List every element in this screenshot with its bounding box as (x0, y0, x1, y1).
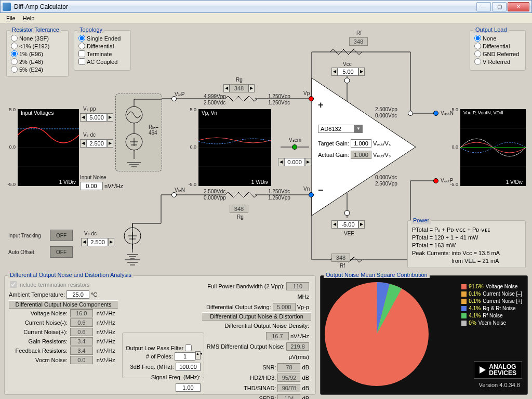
plot1-scale: 1 V/Div (59, 179, 76, 185)
actual-gain-value: 1.000 (351, 151, 371, 159)
version-label: Version 4.0.34.8 (478, 382, 520, 388)
rg-top-label: Rg (236, 77, 243, 83)
rtol-opt-2[interactable]: 1% (E96) (10, 50, 65, 58)
vocm-stepper[interactable]: ◀0.000▶ (278, 158, 311, 166)
rtol-opt-4[interactable]: 5% (E24) (10, 66, 65, 74)
titlebar: Diff-Amp Calculator — ▢ ✕ (0, 0, 532, 13)
vsdc-stepper[interactable]: ◀2.500▶ (80, 139, 113, 148)
anno-top-upper: 4.999Vpp (204, 94, 225, 99)
vspp-inc[interactable]: ▶ (107, 113, 113, 122)
power-group: Power PTotal = P₀ + Pᴅ·ᴠᴄᴄ + Pᴅ·ᴠᴇᴇ PTot… (407, 220, 526, 268)
vsdc-inc[interactable]: ▶ (107, 139, 113, 148)
svg-point-0 (344, 78, 350, 83)
menubar: File Help (0, 13, 532, 23)
auto-offset-label: Auto Offset (8, 249, 34, 255)
ambient-temp-value[interactable]: 25.0 (66, 290, 89, 299)
topology-opt-1[interactable]: Differential (77, 43, 127, 50)
node-voutn (433, 111, 438, 116)
rin-block: Rᵢₙ=464 (115, 94, 162, 171)
fsig-value[interactable]: 1.00 (176, 383, 201, 392)
part-row: AD8132▼ (318, 125, 363, 133)
pie-chart (325, 282, 429, 386)
vsdc-value[interactable]: 2.500 (86, 139, 107, 148)
node-out-upper (408, 111, 413, 116)
vcc-label: Vcc (343, 61, 352, 67)
node-vinp (171, 96, 177, 101)
target-gain-row: Target Gain: 1.000 Vₒᵤₜ/Vₛ (318, 139, 391, 148)
oload-opt-3[interactable]: V Referred (473, 58, 522, 66)
vinn-label: VᵢₙN (175, 187, 185, 193)
window-title: Diff-Amp Calculator (14, 3, 476, 10)
lpf-enable-check[interactable] (185, 344, 192, 351)
plot-output: VoutP, VoutN, VDiff 1 V/Div (460, 109, 526, 186)
input-tracking-toggle[interactable]: OFF (50, 230, 73, 241)
rtol-opt-0[interactable]: None (3SF) (10, 35, 65, 43)
f3db-value[interactable]: 100.00 (176, 363, 201, 371)
rtol-opt-1[interactable]: <1% (E192) (10, 43, 65, 50)
vocm-label: Vₒcm (289, 137, 301, 143)
input-noise-unit: nV/√Hz (104, 183, 123, 189)
oload-opt-0[interactable]: None (473, 35, 522, 43)
resistor-tolerance-legend: Resistor Tolerance (10, 26, 61, 33)
topology-opt-0[interactable]: Single Ended (77, 35, 127, 43)
topology-chk-0[interactable]: Terminate (77, 50, 127, 58)
plot1-axis-bot: -5.0 (3, 182, 16, 187)
rg-top-val: 348 (230, 84, 248, 92)
oload-opt-2[interactable]: GND Referred (473, 50, 522, 58)
auto-offset-toggle[interactable]: OFF (50, 246, 73, 258)
node-vocm (292, 144, 297, 150)
part-select[interactable]: AD8132 (318, 125, 354, 133)
node-vinn (171, 192, 177, 197)
vn-label: Vn (303, 186, 310, 192)
oload-opt-1[interactable]: Differential (473, 43, 522, 50)
maximize-button[interactable]: ▢ (492, 2, 507, 11)
actual-gain-row: Actual Gain: 1.000 Vₒᵤₜ/Vₛ (318, 151, 391, 159)
rg-bot-label: Rg (237, 214, 244, 220)
input-noise-row: 0.00 nV/√Hz (80, 182, 123, 190)
vspp-stepper[interactable]: ◀5.000▶ (80, 113, 113, 122)
part-dropdown-icon[interactable]: ▼ (354, 125, 363, 133)
input-noise-value[interactable]: 0.00 (80, 182, 103, 190)
plot1-axis-top: 5.0 (3, 107, 16, 112)
plot1-title: Input Voltages (21, 110, 54, 116)
plot-vp-vn: Vp, Vn 1 V/Div (198, 109, 271, 186)
pie-group: Output Noise Mean Square Contribution 91… (320, 275, 528, 395)
rg-bot-val: 348 (230, 205, 248, 213)
input-noise-label: Input Noise (80, 175, 107, 180)
plot-input-voltages: Input Voltages 1 V/Div (18, 109, 79, 186)
vsdc-label: Vₛ dc (83, 132, 96, 138)
topology-legend: Topology (77, 26, 104, 33)
vocm-value[interactable]: 0.000 (284, 158, 305, 166)
anno-bot-right-l: 1.250Vpp (268, 195, 290, 201)
node-vp (309, 96, 314, 101)
vspp-dec[interactable]: ◀ (80, 113, 86, 122)
rf-top-val: 348 (349, 37, 368, 46)
anno-bot-right-u: 1.250Vdc (268, 189, 290, 194)
rf-bot-label: Rf (340, 263, 345, 269)
vsdc-dec[interactable]: ◀ (80, 139, 86, 148)
target-gain-value[interactable]: 1.000 (351, 139, 371, 148)
menu-help[interactable]: Help (20, 14, 38, 22)
close-button[interactable]: ✕ (508, 2, 529, 11)
poles-value[interactable]: 1 (175, 352, 195, 361)
vcc-stepper[interactable]: ◀5.00▶ (331, 68, 365, 76)
vsdc2-stepper[interactable]: ◀2.500▶ (81, 238, 114, 246)
anno-top-right-u: 1.250Vpp (268, 94, 290, 99)
anno-top-right-l: 1.250Vdc (268, 100, 290, 105)
analog-devices-logo: ANALOGDEVICES (474, 361, 522, 379)
app-icon (3, 3, 11, 11)
node-vn (309, 192, 314, 197)
output-load-legend: Output Load (473, 26, 509, 33)
noise-components-table: Voltage Noise:16.0nV/√Hz Current Noise(-… (9, 309, 118, 365)
rtol-opt-3[interactable]: 2% (E48) (10, 58, 65, 66)
svg-point-1 (344, 210, 350, 216)
plot1-axis-mid: 0.0 (3, 144, 16, 150)
menu-file[interactable]: File (3, 14, 19, 22)
rg-top-stepper[interactable]: ◀348▶ (223, 84, 255, 92)
minimize-button[interactable]: — (476, 2, 491, 11)
topology-chk-1[interactable]: AC Coupled (77, 58, 127, 66)
vee-label: VEE (344, 231, 354, 236)
vspp-value[interactable]: 5.000 (86, 113, 107, 122)
vee-stepper[interactable]: ◀-5.00▶ (331, 220, 365, 229)
output-load-group: Output Load None Differential GND Referr… (470, 30, 526, 71)
